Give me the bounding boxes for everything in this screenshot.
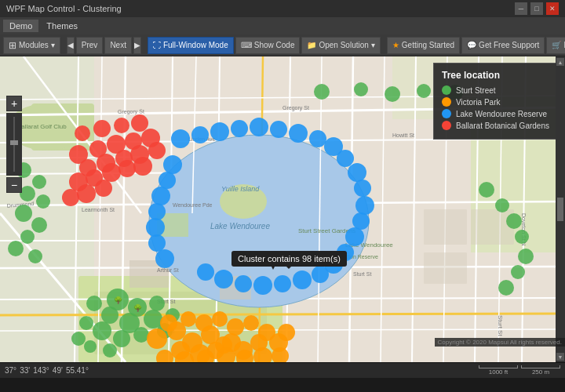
map-container[interactable]: Yuille Island Lake Wendouree Sturt Stree… <box>0 56 565 362</box>
menu-themes[interactable]: Themes <box>40 20 84 32</box>
svg-rect-62 <box>471 209 514 245</box>
svg-text:Lake Wendouree: Lake Wendouree <box>345 241 393 249</box>
svg-rect-63 <box>424 252 467 284</box>
legend-label-victoria: Victoria Park <box>456 98 501 107</box>
legend-title: Tree location <box>442 70 550 81</box>
svg-text:Sturt Street Gardens: Sturt Street Gardens <box>298 227 355 234</box>
scale-controls: 1000 ft 250 m <box>479 365 560 376</box>
lon-min: 49' <box>53 366 63 375</box>
svg-text:Doveton St N: Doveton St N <box>521 213 527 246</box>
lat-deg: 37° <box>5 366 16 375</box>
legend-item-victoria: Victoria Park <box>442 97 550 107</box>
svg-text:Learmonth St: Learmonth St <box>82 207 115 212</box>
svg-text:Sturt St: Sturt St <box>497 315 504 336</box>
svg-text:Yuille Island: Yuille Island <box>221 185 260 193</box>
fullwindow-icon: ⛶ <box>153 41 161 49</box>
cart-icon: 🛒 <box>552 41 561 49</box>
zoom-thumb[interactable] <box>10 140 18 145</box>
zoom-panel: + − <box>6 96 22 193</box>
freesupport-button[interactable]: 💬 Get Free Support <box>461 37 545 54</box>
legend-label-lake: Lake Wendouree Reserve <box>456 110 547 118</box>
close-button[interactable]: ✕ <box>546 2 559 15</box>
svg-text:Sturt St: Sturt St <box>157 299 175 304</box>
copyright: Copyright © 2020 Mapsui All rights reser… <box>435 338 565 347</box>
grid-icon: ⊞ <box>9 40 16 51</box>
svg-text:Mair St: Mair St <box>157 328 174 334</box>
svg-text:Arthur St: Arthur St <box>157 267 179 273</box>
prev-button[interactable]: ◀ <box>67 37 75 54</box>
modules-button[interactable]: ⊞ Modules ▾ <box>3 37 60 54</box>
prev-label-button[interactable]: Prev <box>76 37 104 54</box>
svg-text:Lake Wendouree: Lake Wendouree <box>210 222 270 230</box>
lon-deg: 143° <box>33 366 49 375</box>
chevron-down2-icon: ▾ <box>371 41 375 49</box>
svg-text:Ballarat Golf Club: Ballarat Golf Club <box>17 123 67 130</box>
legend-label-botanical: Ballarat Botanical Gardens <box>456 122 549 130</box>
svg-text:Recreation Reserve: Recreation Reserve <box>330 254 378 260</box>
svg-text:Howitt St: Howitt St <box>392 132 414 138</box>
chevron-down-icon: ▾ <box>51 41 55 49</box>
svg-rect-41 <box>220 276 251 299</box>
scroll-down-button[interactable]: ▼ <box>556 353 564 361</box>
legend-label-sturt: Sturt Street <box>456 86 496 95</box>
scale-label: 1000 ft <box>489 368 508 376</box>
side-scrollbar[interactable]: ▲ ▼ <box>556 56 565 362</box>
statusbar: 37° 33' 143° 49' 55.41° 1000 ft 250 m <box>0 362 565 378</box>
svg-line-27 <box>0 314 565 315</box>
legend-color-victoria <box>442 97 451 107</box>
coordinates: 37° 33' 143° 49' 55.41° <box>5 366 89 375</box>
next-button[interactable]: ▶ <box>133 37 141 54</box>
menu-demo[interactable]: Demo <box>3 20 38 32</box>
svg-text:Linden Ave: Linden Ave <box>188 136 216 142</box>
fullwindow-button[interactable]: ⛶ Full-Window Mode <box>148 37 234 54</box>
code-icon: ⌨ <box>241 41 252 49</box>
legend-item-sturt: Sturt Street <box>442 85 550 95</box>
titlebar-controls: ─ □ ✕ <box>515 2 559 15</box>
legend-color-sturt <box>442 85 451 95</box>
scale-bar: 1000 ft <box>479 365 518 376</box>
legend-item-botanical: Ballarat Botanical Gardens <box>442 121 550 130</box>
toolbar: ⊞ Modules ▾ ◀ Prev Next ▶ ⛶ Full-Window … <box>0 34 565 56</box>
app-title: WPF Map Control - Clustering <box>6 4 122 13</box>
scroll-thumb[interactable] <box>557 198 563 221</box>
zoom-in-button[interactable]: + <box>6 96 22 111</box>
support-icon: 💬 <box>467 41 476 49</box>
lat-min: 33' <box>20 366 30 375</box>
zoom-track <box>13 117 15 172</box>
svg-rect-40 <box>129 260 169 288</box>
svg-rect-61 <box>424 209 467 245</box>
next-label-button[interactable]: Next <box>104 37 132 54</box>
legend-color-botanical <box>442 121 451 130</box>
legend-color-lake <box>442 109 451 118</box>
legend-item-lake: Lake Wendouree Reserve <box>442 109 550 118</box>
svg-text:Sturt St: Sturt St <box>353 271 371 277</box>
svg-text:Gregory St: Gregory St <box>282 105 309 111</box>
minimize-button[interactable]: ─ <box>515 2 527 15</box>
scroll-up-button[interactable]: ▲ <box>556 58 564 66</box>
titlebar: WPF Map Control - Clustering ─ □ ✕ <box>0 0 565 17</box>
gettingstarted-button[interactable]: ★ Getting Started <box>387 37 460 54</box>
zoom-out-button[interactable]: − <box>6 177 22 193</box>
scale-bar-metric: 250 m <box>521 365 560 376</box>
showcode-button[interactable]: ⌨ Show Code <box>235 37 301 54</box>
zoom-slider[interactable] <box>6 113 22 176</box>
zoom-level: 55.41° <box>66 366 89 375</box>
scale-label-metric: 250 m <box>532 368 549 376</box>
opensolution-button[interactable]: 📁 Open Solution ▾ <box>301 37 380 54</box>
svg-rect-31 <box>157 213 188 237</box>
svg-text:Wendouree Pde: Wendouree Pde <box>173 202 213 208</box>
legend: Tree location Sturt Street Victoria Park… <box>433 63 559 140</box>
maximize-button[interactable]: □ <box>530 2 543 15</box>
menubar: Demo Themes <box>0 17 565 34</box>
folder-icon: 📁 <box>307 41 316 49</box>
buynow-button[interactable]: 🛒 Buy Now <box>546 37 565 54</box>
star-icon: ★ <box>392 41 399 49</box>
